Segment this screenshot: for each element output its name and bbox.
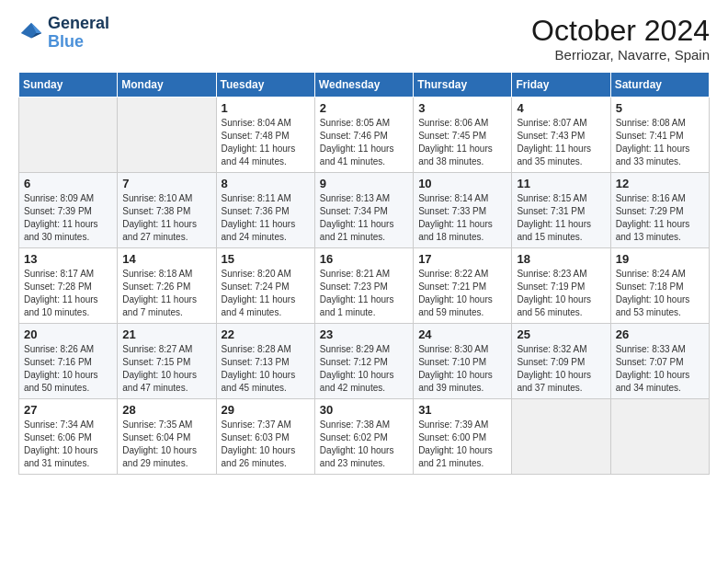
day-info: Sunrise: 8:04 AM Sunset: 7:48 PM Dayligh…	[222, 117, 310, 168]
day-number: 29	[222, 403, 310, 417]
calendar-cell: 23Sunrise: 8:29 AM Sunset: 7:12 PM Dayli…	[314, 324, 413, 399]
header: General Blue October 2024 Berriozar, Nav…	[18, 15, 710, 63]
logo-line2: Blue	[48, 32, 84, 51]
day-number: 6	[24, 177, 112, 190]
day-number: 4	[517, 101, 605, 115]
logo-text: General Blue	[48, 15, 109, 52]
calendar-cell: 3Sunrise: 8:06 AM Sunset: 7:45 PM Daylig…	[414, 98, 512, 173]
day-info: Sunrise: 8:26 AM Sunset: 7:16 PM Dayligh…	[24, 343, 112, 395]
day-info: Sunrise: 8:18 AM Sunset: 7:26 PM Dayligh…	[122, 268, 210, 319]
day-number: 2	[320, 101, 408, 115]
calendar-cell: 10Sunrise: 8:14 AM Sunset: 7:33 PM Dayli…	[414, 173, 512, 248]
day-number: 23	[320, 327, 408, 341]
day-number: 28	[122, 403, 210, 417]
calendar-body: 1Sunrise: 8:04 AM Sunset: 7:48 PM Daylig…	[19, 98, 710, 475]
calendar-cell: 5Sunrise: 8:08 AM Sunset: 7:41 PM Daylig…	[610, 98, 709, 173]
header-cell-monday: Monday	[118, 73, 216, 98]
day-number: 25	[517, 327, 605, 341]
day-info: Sunrise: 7:39 AM Sunset: 6:00 PM Dayligh…	[418, 419, 506, 470]
day-info: Sunrise: 8:08 AM Sunset: 7:41 PM Dayligh…	[616, 117, 704, 168]
calendar-cell: 1Sunrise: 8:04 AM Sunset: 7:48 PM Daylig…	[216, 98, 314, 173]
day-number: 21	[122, 327, 210, 341]
calendar-row-1: 6Sunrise: 8:09 AM Sunset: 7:39 PM Daylig…	[19, 173, 710, 248]
day-number: 10	[418, 177, 506, 190]
calendar-cell: 11Sunrise: 8:15 AM Sunset: 7:31 PM Dayli…	[512, 173, 610, 248]
calendar-cell: 7Sunrise: 8:10 AM Sunset: 7:38 PM Daylig…	[118, 173, 216, 248]
main-title: October 2024	[531, 15, 710, 47]
day-info: Sunrise: 8:13 AM Sunset: 7:34 PM Dayligh…	[320, 192, 408, 244]
day-number: 22	[222, 327, 310, 341]
day-number: 30	[320, 403, 408, 417]
day-info: Sunrise: 8:21 AM Sunset: 7:23 PM Dayligh…	[320, 268, 408, 319]
day-info: Sunrise: 8:29 AM Sunset: 7:12 PM Dayligh…	[320, 343, 408, 395]
header-cell-sunday: Sunday	[19, 73, 118, 98]
day-number: 15	[222, 252, 310, 266]
calendar-cell: 28Sunrise: 7:35 AM Sunset: 6:04 PM Dayli…	[118, 399, 216, 475]
calendar-cell: 25Sunrise: 8:32 AM Sunset: 7:09 PM Dayli…	[512, 324, 610, 399]
day-info: Sunrise: 8:27 AM Sunset: 7:15 PM Dayligh…	[122, 343, 210, 395]
day-number: 19	[616, 252, 704, 266]
day-info: Sunrise: 8:10 AM Sunset: 7:38 PM Dayligh…	[122, 192, 210, 244]
day-info: Sunrise: 8:05 AM Sunset: 7:46 PM Dayligh…	[320, 117, 408, 168]
calendar-row-4: 27Sunrise: 7:34 AM Sunset: 6:06 PM Dayli…	[19, 399, 710, 475]
day-number: 7	[122, 177, 210, 190]
header-cell-saturday: Saturday	[610, 73, 709, 98]
calendar-cell: 4Sunrise: 8:07 AM Sunset: 7:43 PM Daylig…	[512, 98, 610, 173]
calendar-header: SundayMondayTuesdayWednesdayThursdayFrid…	[19, 73, 710, 98]
day-number: 14	[122, 252, 210, 266]
header-cell-thursday: Thursday	[414, 73, 512, 98]
page: General Blue October 2024 Berriozar, Nav…	[0, 0, 728, 563]
day-info: Sunrise: 7:38 AM Sunset: 6:02 PM Dayligh…	[320, 419, 408, 470]
day-number: 1	[222, 101, 310, 115]
calendar-cell: 21Sunrise: 8:27 AM Sunset: 7:15 PM Dayli…	[118, 324, 216, 399]
day-number: 13	[24, 252, 112, 266]
logo-line1: General	[48, 15, 109, 33]
calendar-cell: 19Sunrise: 8:24 AM Sunset: 7:18 PM Dayli…	[610, 248, 709, 324]
day-info: Sunrise: 8:24 AM Sunset: 7:18 PM Dayligh…	[616, 268, 704, 319]
calendar-row-2: 13Sunrise: 8:17 AM Sunset: 7:28 PM Dayli…	[19, 248, 710, 324]
day-info: Sunrise: 7:34 AM Sunset: 6:06 PM Dayligh…	[24, 419, 112, 470]
header-cell-tuesday: Tuesday	[216, 73, 314, 98]
calendar-cell: 12Sunrise: 8:16 AM Sunset: 7:29 PM Dayli…	[610, 173, 709, 248]
day-info: Sunrise: 7:35 AM Sunset: 6:04 PM Dayligh…	[122, 419, 210, 470]
calendar-cell: 22Sunrise: 8:28 AM Sunset: 7:13 PM Dayli…	[216, 324, 314, 399]
calendar-table: SundayMondayTuesdayWednesdayThursdayFrid…	[18, 72, 710, 475]
calendar-cell	[118, 98, 216, 173]
day-info: Sunrise: 7:37 AM Sunset: 6:03 PM Dayligh…	[222, 419, 310, 470]
day-number: 20	[24, 327, 112, 341]
calendar-cell: 27Sunrise: 7:34 AM Sunset: 6:06 PM Dayli…	[19, 399, 118, 475]
calendar-cell: 15Sunrise: 8:20 AM Sunset: 7:24 PM Dayli…	[216, 248, 314, 324]
day-info: Sunrise: 8:22 AM Sunset: 7:21 PM Dayligh…	[418, 268, 506, 319]
calendar-cell	[19, 98, 118, 173]
day-info: Sunrise: 8:33 AM Sunset: 7:07 PM Dayligh…	[616, 343, 704, 395]
calendar-cell: 18Sunrise: 8:23 AM Sunset: 7:19 PM Dayli…	[512, 248, 610, 324]
calendar-cell: 20Sunrise: 8:26 AM Sunset: 7:16 PM Dayli…	[19, 324, 118, 399]
day-number: 18	[517, 252, 605, 266]
calendar-cell: 13Sunrise: 8:17 AM Sunset: 7:28 PM Dayli…	[19, 248, 118, 324]
calendar-row-0: 1Sunrise: 8:04 AM Sunset: 7:48 PM Daylig…	[19, 98, 710, 173]
day-number: 16	[320, 252, 408, 266]
day-info: Sunrise: 8:11 AM Sunset: 7:36 PM Dayligh…	[222, 192, 310, 244]
calendar-cell: 14Sunrise: 8:18 AM Sunset: 7:26 PM Dayli…	[118, 248, 216, 324]
day-info: Sunrise: 8:20 AM Sunset: 7:24 PM Dayligh…	[222, 268, 310, 319]
day-number: 26	[616, 327, 704, 341]
logo-icon	[18, 20, 44, 46]
calendar-cell	[512, 399, 610, 475]
calendar-cell: 17Sunrise: 8:22 AM Sunset: 7:21 PM Dayli…	[414, 248, 512, 324]
calendar-cell: 29Sunrise: 7:37 AM Sunset: 6:03 PM Dayli…	[216, 399, 314, 475]
day-number: 17	[418, 252, 506, 266]
calendar-cell: 16Sunrise: 8:21 AM Sunset: 7:23 PM Dayli…	[314, 248, 413, 324]
calendar-cell: 2Sunrise: 8:05 AM Sunset: 7:46 PM Daylig…	[314, 98, 413, 173]
day-number: 12	[616, 177, 704, 190]
day-number: 31	[418, 403, 506, 417]
logo: General Blue	[18, 15, 109, 52]
day-info: Sunrise: 8:07 AM Sunset: 7:43 PM Dayligh…	[517, 117, 605, 168]
header-cell-wednesday: Wednesday	[314, 73, 413, 98]
day-info: Sunrise: 8:30 AM Sunset: 7:10 PM Dayligh…	[418, 343, 506, 395]
calendar-cell: 24Sunrise: 8:30 AM Sunset: 7:10 PM Dayli…	[414, 324, 512, 399]
calendar-row-3: 20Sunrise: 8:26 AM Sunset: 7:16 PM Dayli…	[19, 324, 710, 399]
day-info: Sunrise: 8:28 AM Sunset: 7:13 PM Dayligh…	[222, 343, 310, 395]
day-info: Sunrise: 8:17 AM Sunset: 7:28 PM Dayligh…	[24, 268, 112, 319]
calendar-cell: 6Sunrise: 8:09 AM Sunset: 7:39 PM Daylig…	[19, 173, 118, 248]
calendar-cell: 31Sunrise: 7:39 AM Sunset: 6:00 PM Dayli…	[414, 399, 512, 475]
